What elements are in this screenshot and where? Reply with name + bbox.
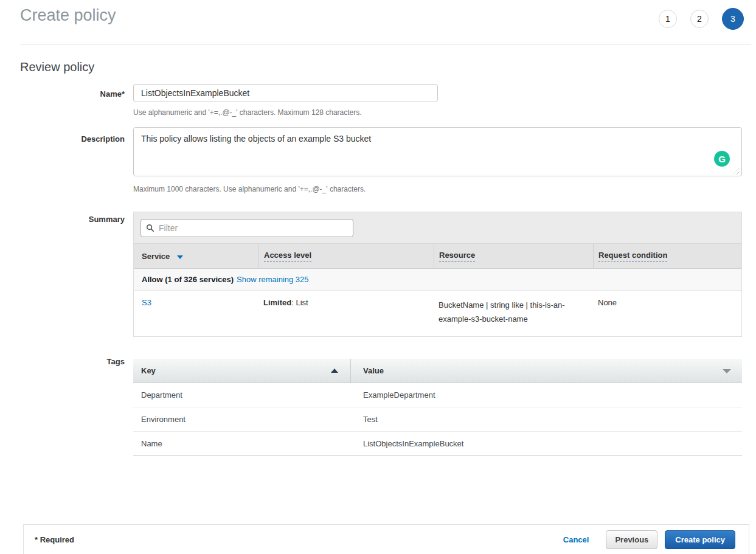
- column-header-access-level[interactable]: Access level: [258, 244, 434, 268]
- name-help-text: Use alphanumeric and '+=,.@-_' character…: [133, 108, 362, 117]
- column-header-resource[interactable]: Resource: [434, 244, 593, 268]
- resource-cell: BucketName | string like | this-is-an-ex…: [434, 298, 593, 327]
- summary-filter-band: [134, 212, 741, 243]
- allow-group-row: Allow (1 of 326 services) Show remaining…: [134, 269, 741, 291]
- grammarly-icon[interactable]: G: [714, 151, 730, 167]
- policy-description-textarea[interactable]: This policy allows listing the objects o…: [133, 127, 742, 176]
- summary-filter-input[interactable]: [140, 219, 353, 237]
- column-header-service[interactable]: Service: [134, 252, 258, 261]
- request-condition-cell: None: [593, 298, 741, 327]
- footer-bar: * Required Cancel Previous Create policy: [23, 524, 749, 554]
- sort-descending-icon: [177, 255, 183, 259]
- filter-dropdown-icon[interactable]: [723, 369, 731, 373]
- tag-key-cell: Environment: [133, 415, 351, 424]
- tags-label: Tags: [20, 357, 125, 366]
- description-help-text: Maximum 1000 characters. Use alphanumeri…: [133, 185, 366, 193]
- review-policy-heading: Review policy: [20, 60, 94, 74]
- header-divider: [20, 44, 751, 44]
- tag-row-department: Department ExampleDepartment: [133, 383, 742, 407]
- tag-row-environment: Environment Test: [133, 407, 742, 432]
- column-header-value[interactable]: Value: [351, 359, 742, 383]
- tag-value-cell: ListObjectsInExampleBucket: [351, 439, 742, 448]
- tag-row-name: Name ListObjectsInExampleBucket: [133, 432, 742, 456]
- tag-value-cell: ExampleDepartment: [351, 390, 742, 400]
- summary-table-header: Service Access level Resource Request co…: [134, 243, 741, 269]
- step-1[interactable]: 1: [659, 10, 677, 28]
- tags-table: Key Value Department ExampleDepartment E…: [133, 359, 742, 456]
- description-label: Description: [20, 134, 125, 144]
- table-row-s3: S3 Limited: List BucketName | string lik…: [134, 291, 741, 336]
- column-header-key[interactable]: Key: [133, 359, 351, 383]
- summary-label: Summary: [20, 215, 125, 224]
- tag-value-cell: Test: [351, 415, 742, 424]
- summary-panel: Service Access level Resource Request co…: [133, 212, 742, 337]
- step-2[interactable]: 2: [690, 10, 709, 28]
- column-header-request-condition[interactable]: Request condition: [593, 244, 741, 268]
- footer-actions: Cancel Previous Create policy: [563, 530, 735, 549]
- name-label: Name*: [20, 89, 125, 99]
- wizard-steps: 1 2 3: [659, 8, 744, 30]
- allow-services-count: Allow (1 of 326 services): [142, 275, 234, 284]
- show-remaining-link[interactable]: Show remaining 325: [237, 275, 309, 284]
- access-level-cell: Limited: List: [258, 298, 434, 327]
- tag-key-cell: Department: [133, 390, 351, 400]
- s3-service-link[interactable]: S3: [142, 298, 151, 307]
- sort-ascending-icon: [331, 369, 338, 373]
- previous-button[interactable]: Previous: [606, 530, 657, 549]
- page-title: Create policy: [20, 6, 116, 25]
- tag-key-cell: Name: [133, 439, 351, 448]
- create-policy-button[interactable]: Create policy: [665, 530, 735, 549]
- tags-table-header: Key Value: [133, 359, 742, 383]
- cancel-button[interactable]: Cancel: [563, 535, 589, 544]
- search-icon: [146, 224, 154, 232]
- create-policy-page: Create policy 1 2 3 Review policy Name* …: [0, 0, 756, 554]
- policy-name-input[interactable]: [133, 84, 438, 102]
- step-3-active[interactable]: 3: [722, 8, 744, 30]
- required-note: * Required: [35, 535, 74, 544]
